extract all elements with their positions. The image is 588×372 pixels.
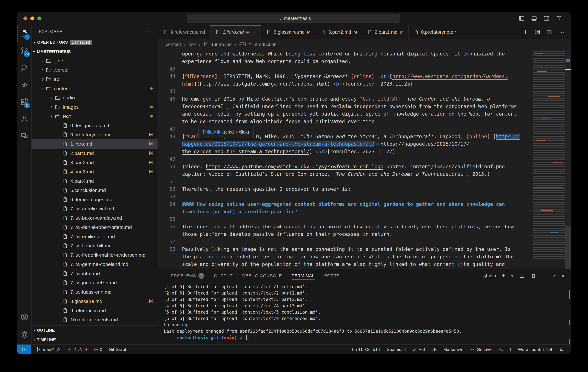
editor-line[interactable]: 56This question will address the ambiguo… — [158, 223, 533, 230]
editor-line[interactable]: html](http://www.eastgate.com/garden/Gar… — [158, 80, 533, 88]
breadcrumb-item[interactable]: text — [188, 42, 196, 47]
minimize-window-button[interactable] — [30, 17, 34, 20]
tree-item-5.conclusion.md[interactable]: 5.conclusion.md — [32, 186, 158, 195]
tab-problems[interactable]: PROBLEMS 2 — [171, 269, 204, 282]
editor-line[interactable]: caption: Video of Caulfield’s Stanford C… — [158, 170, 533, 178]
breadcrumb-item[interactable]: # Introduction — [248, 42, 276, 47]
branch-status[interactable]: main* — [36, 347, 61, 352]
toggle-sidebar-icon[interactable] — [519, 15, 525, 21]
tree-item-7.itw-lucas-erin.md[interactable]: 7.itw-lucas-erin.md — [32, 287, 158, 297]
markdown-preview-icon[interactable] — [534, 29, 540, 35]
editor-line[interactable]: transform (or not) a creative practice? — [158, 208, 533, 215]
tree-item-7.itw-intro.md[interactable]: 7.itw-intro.md — [32, 269, 158, 278]
editor-line[interactable]: experience flows and how Web contents co… — [158, 58, 533, 65]
close-icon[interactable]: × — [253, 29, 256, 35]
tree-item-.vercel[interactable]: ›.vercel — [32, 65, 158, 75]
code-area[interactable]: open gardens and wilderness. While being… — [158, 50, 533, 269]
activity-explorer[interactable]: 1 — [17, 25, 32, 42]
settings-menu[interactable] — [17, 325, 32, 344]
follow-link-tooltip[interactable]: Follow link (cmd + click) — [198, 126, 254, 138]
tree-item-api[interactable]: ›api — [32, 75, 158, 84]
tab-0.prefatorynote.r[interactable]: 0.prefatorynote.r — [409, 25, 461, 39]
close-panel-icon[interactable]: × — [561, 272, 565, 279]
tab-2.part1.md[interactable]: 2.part1.mdM — [362, 25, 409, 39]
editor-line[interactable]: and social media, by setting up a person… — [158, 110, 533, 118]
tree-item-audio[interactable]: ›audio — [32, 93, 158, 102]
command-center-search[interactable]: masterthesis — [188, 14, 400, 23]
editor-line[interactable]: the platform open-ended or restrictive f… — [158, 253, 533, 261]
tree-item-6.demo-images.md[interactable]: 6.demo-images.md — [32, 195, 158, 204]
maximize-panel-icon[interactable]: ∧ — [553, 274, 556, 278]
editor-line[interactable]: 58Passively liking an image is not the s… — [158, 245, 533, 253]
tree-item-7.itw-aurelie-vial.md[interactable]: 7.itw-aurelie-vial.md — [32, 204, 158, 213]
editor-line[interactable]: 49 — [158, 155, 533, 163]
tree-item-7.itw-daniel-robert-prieto.md[interactable]: 7.itw-daniel-robert-prieto.md — [32, 222, 158, 232]
tree-item-7.itw-frederik-mahler-andersen.md[interactable]: 7.itw-frederik-mahler-andersen.md — [32, 250, 158, 260]
tree-item-0.prefatorynote.md[interactable]: 0.prefatorynote.mdM — [32, 130, 158, 139]
indentation[interactable]: Spaces: 4 — [387, 347, 406, 352]
editor-line[interactable]: 48[^CaulfieldTXT]: CAULFIELD, Mike, 2015… — [158, 133, 533, 140]
account-menu[interactable] — [17, 308, 32, 325]
eol[interactable]: LF — [431, 347, 437, 352]
tree-item-0.designnotes.md[interactable]: 0.designnotes.md — [32, 121, 158, 130]
tree-item-2.part1.md[interactable]: 2.part1.mdM — [32, 149, 158, 158]
editor-line[interactable]: 52Therefore, the research question I end… — [158, 185, 533, 193]
remote-indicator[interactable]: >< — [17, 344, 31, 354]
editor-line[interactable]: 46Re-emerged in 2015 by Mike Caulfield’s… — [158, 95, 533, 103]
editor-line[interactable]: to be de-streamed from algorithmic feeds… — [158, 118, 533, 125]
toggle-secondary-sidebar-icon[interactable] — [544, 15, 549, 21]
editor-line[interactable]: 45 — [158, 88, 533, 95]
tab-3.part2.md[interactable]: 3.part2.mdM — [316, 25, 362, 39]
activity-source-control[interactable]: 73 — [17, 42, 32, 59]
tree-item-7.itw-emilie-pillet.md[interactable]: 7.itw-emilie-pillet.md — [32, 232, 158, 241]
open-changes-icon[interactable] — [523, 29, 528, 35]
activity-testing[interactable] — [17, 111, 32, 128]
tree-item-_inc[interactable]: ›_inc — [32, 56, 158, 65]
maximize-window-button[interactable] — [37, 17, 41, 20]
editor-line[interactable]: 55 — [158, 215, 533, 223]
tree-item-10.remerciements.md[interactable]: 10.remerciements.md — [32, 315, 158, 324]
more-actions-icon[interactable]: ··· — [558, 29, 565, 35]
breadcrumb-item[interactable]: 1.intro.md — [211, 42, 232, 47]
tab-debug-console[interactable]: DEBUG CONSOLE — [242, 269, 282, 282]
editor-line[interactable]: Technopastoral_, Caulfield underlined th… — [158, 103, 533, 110]
explorer-more-actions-icon[interactable]: ··· — [145, 28, 153, 35]
workspace-root[interactable]: › MASTERTHESIS — [32, 47, 158, 56]
tree-item-9.references.md[interactable]: 9.references.md — [32, 306, 158, 315]
tab-1.intro.md[interactable]: 1.intro.mdM× — [210, 25, 261, 39]
editor-line[interactable]: 44[^HTgardens]: BERNSTEIN, Mark, 1998. *… — [158, 72, 533, 80]
tree-item-images[interactable]: ›images — [32, 102, 158, 111]
ports-status[interactable]: 0 — [93, 347, 102, 352]
tree-item-text[interactable]: ›text — [32, 111, 158, 121]
tab-output[interactable]: OUTPUT — [214, 269, 233, 282]
split-terminal-icon[interactable] — [519, 273, 525, 279]
language-mode[interactable]: Markdown — [443, 347, 463, 352]
editor-line[interactable]: 53 — [158, 193, 533, 200]
kill-terminal-icon[interactable] — [531, 273, 536, 279]
tree-item-8.glossaire.md[interactable]: 8.glossaire.mdM — [32, 297, 158, 306]
editor-line[interactable]: those platforms develop passive influenc… — [158, 230, 533, 238]
editor-line[interactable]: hapgood.us/2015/10/17/the-garden-and-the… — [158, 140, 533, 148]
go-live[interactable]: Go Live — [470, 347, 492, 352]
tree-item-1.intro.md[interactable]: 1.intro.mdM — [32, 139, 158, 149]
tree-item-7.itw-florian-hilt.md[interactable]: 7.itw-florian-hilt.md — [32, 241, 158, 250]
toggle-panel-icon[interactable] — [531, 15, 537, 21]
terminal-prompt[interactable]: ○ → masterthesis git:(main) ✗ — [164, 334, 571, 341]
terminal-dropdown-icon[interactable]: ∨ — [511, 274, 514, 278]
tree-item-3.part2.md[interactable]: 3.part2.mdM — [32, 158, 158, 167]
split-editor-icon[interactable] — [546, 29, 552, 35]
tab-8.glossaire.md[interactable]: 8.glossaire.mdM — [261, 25, 316, 39]
minimap[interactable] — [533, 50, 565, 269]
editor-line[interactable]: scale and diversity of the population of… — [158, 261, 533, 268]
tree-item-content[interactable]: ›content — [32, 84, 158, 93]
tab-ports[interactable]: PORTS — [324, 269, 340, 282]
tab-9.references.md[interactable]: 9.references.md — [158, 25, 210, 39]
editor-line[interactable]: 57 — [158, 238, 533, 245]
scrollbar-thumb[interactable] — [565, 226, 571, 269]
outline-section[interactable]: › OUTLINE — [32, 326, 158, 335]
new-terminal-icon[interactable]: + — [502, 272, 505, 279]
editor-line[interactable]: 43 — [158, 65, 533, 72]
timeline-section[interactable]: › TIMELINE — [32, 335, 158, 344]
breadcrumb-item[interactable]: content — [166, 42, 181, 47]
editor-line[interactable]: 50(video: https://www.youtube.com/watch?… — [158, 163, 533, 170]
